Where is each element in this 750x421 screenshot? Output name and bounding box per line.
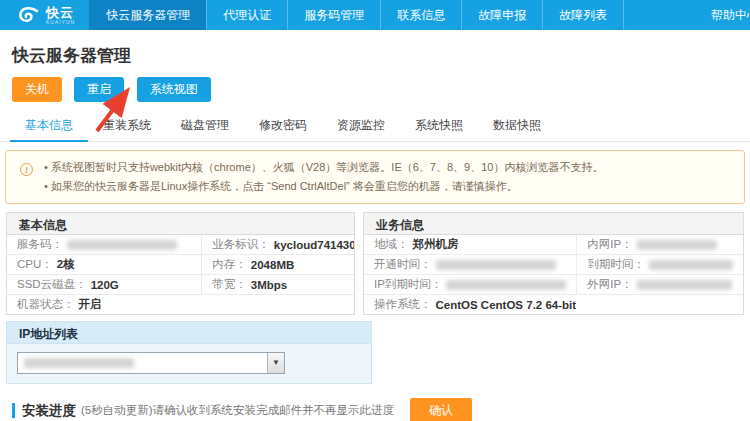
main-nav: 快云服务器管理 代理认证 服务码管理 联系信息 故障申报 故障列表 <box>89 0 624 30</box>
field-machine-status: 机器状态： 开启 <box>7 295 354 314</box>
tab-resource-monitor[interactable]: 资源监控 <box>322 112 400 142</box>
brand-subtitle: KUAIYUN <box>46 20 75 25</box>
top-navbar: 快云 KUAIYUN 快云服务器管理 代理认证 服务码管理 联系信息 故障申报 … <box>0 0 750 30</box>
title-row: 快云服务器管理 <box>0 30 750 67</box>
confirm-button[interactable]: 确认 <box>410 398 472 421</box>
notice-box: ! • 系统视图暂时只支持webkit内核（chrome）、火狐（V28）等浏览… <box>5 150 745 204</box>
nav-item-contact-info[interactable]: 联系信息 <box>380 0 461 30</box>
field-external-ip: 外网IP： <box>576 275 743 294</box>
brand-logo[interactable]: 快云 KUAIYUN <box>0 0 89 30</box>
shutdown-button[interactable]: 关机 <box>12 77 62 102</box>
table-row: 操作系统： CentOS CentOS 7.2 64-bit <box>364 295 743 314</box>
table-row: IP到期时间： 外网IP： <box>364 275 743 295</box>
field-ssd-disk: SSD云磁盘： 120G <box>7 275 201 294</box>
install-progress-title: 安装进度 <box>22 402 76 420</box>
ip-list-body: ▼ <box>7 344 371 383</box>
redacted-value <box>24 358 134 368</box>
info-panels: 基本信息 服务码： 业务标识： kycloud741430 CPU： 2核 内存… <box>6 212 744 315</box>
table-row: 服务码： 业务标识： kycloud741430 <box>7 235 354 255</box>
field-service-code: 服务码： <box>7 235 201 254</box>
brand-text: 快云 KUAIYUN <box>46 6 75 25</box>
nav-item-fault-list[interactable]: 故障列表 <box>542 0 624 30</box>
dropdown-arrow-icon[interactable]: ▼ <box>267 353 284 373</box>
notice-line-ctrlaltdel: • 如果您的快云服务器是Linux操作系统，点击 “Send CtrlAltDe… <box>44 177 732 196</box>
redacted-value <box>446 280 566 290</box>
ip-list-title: IP地址列表 <box>7 322 371 344</box>
ip-select[interactable]: ▼ <box>17 352 285 374</box>
accent-bar <box>12 403 15 418</box>
nav-help-center[interactable]: 帮助中心 <box>711 0 750 30</box>
field-os: 操作系统： CentOS CentOS 7.2 64-bit <box>364 295 743 314</box>
action-buttons: 关机 重启 系统视图 <box>0 67 750 102</box>
brand-name: 快云 <box>46 6 75 19</box>
basic-info-title: 基本信息 <box>7 213 354 235</box>
warning-icon: ! <box>20 163 33 176</box>
basic-info-panel: 基本信息 服务码： 业务标识： kycloud741430 CPU： 2核 内存… <box>6 212 355 315</box>
table-row: 地域： 郑州机房 内网IP： <box>364 235 743 255</box>
nav-item-service-code[interactable]: 服务码管理 <box>287 0 380 30</box>
field-bandwidth: 带宽： 3Mbps <box>201 275 354 294</box>
business-info-panel: 业务信息 地域： 郑州机房 内网IP： 开通时间： 到期时间： IP到期时 <box>363 212 744 315</box>
tab-reinstall-system[interactable]: 重装系统 <box>88 112 166 142</box>
tab-bar: 基本信息 重装系统 磁盘管理 修改密码 资源监控 系统快照 数据快照 <box>0 112 750 142</box>
reboot-button[interactable]: 重启 <box>74 77 124 102</box>
redacted-value <box>67 240 177 250</box>
table-row: 机器状态： 开启 <box>7 295 354 314</box>
redacted-value <box>436 260 556 270</box>
table-row: SSD云磁盘： 120G 带宽： 3Mbps <box>7 275 354 295</box>
nav-item-agent-auth[interactable]: 代理认证 <box>206 0 287 30</box>
install-progress-hint: (5秒自动更新)请确认收到系统安装完成邮件并不再显示此进度 <box>81 403 394 418</box>
redacted-value <box>649 260 733 270</box>
tab-disk-management[interactable]: 磁盘管理 <box>166 112 244 142</box>
nav-item-server-management[interactable]: 快云服务器管理 <box>89 0 206 30</box>
field-ip-expire-time: IP到期时间： <box>364 275 576 294</box>
install-progress-row: 安装进度 (5秒自动更新)请确认收到系统安装完成邮件并不再显示此进度 确认 <box>12 398 750 421</box>
page-title: 快云服务器管理 <box>12 44 738 67</box>
field-business-id: 业务标识： kycloud741430 <box>201 235 354 254</box>
field-cpu: CPU： 2核 <box>7 255 201 274</box>
ip-list-panel: IP地址列表 ▼ <box>6 321 372 384</box>
field-region: 地域： 郑州机房 <box>364 235 576 254</box>
field-memory: 内存： 2048MB <box>201 255 354 274</box>
system-view-button[interactable]: 系统视图 <box>137 77 211 102</box>
field-internal-ip: 内网IP： <box>576 235 743 254</box>
field-open-time: 开通时间： <box>364 255 576 274</box>
cloud-swirl-icon <box>16 6 40 25</box>
business-info-title: 业务信息 <box>364 213 743 235</box>
table-row: 开通时间： 到期时间： <box>364 255 743 275</box>
redacted-value <box>637 280 732 290</box>
notice-line-browsers: • 系统视图暂时只支持webkit内核（chrome）、火狐（V28）等浏览器。… <box>44 158 732 177</box>
table-row: CPU： 2核 内存： 2048MB <box>7 255 354 275</box>
nav-item-fault-report[interactable]: 故障申报 <box>461 0 542 30</box>
tab-system-snapshot[interactable]: 系统快照 <box>400 112 478 142</box>
tab-change-password[interactable]: 修改密码 <box>244 112 322 142</box>
redacted-value <box>637 240 717 250</box>
tab-basic-info[interactable]: 基本信息 <box>10 112 88 142</box>
field-expire-time: 到期时间： <box>576 255 743 274</box>
tab-data-snapshot[interactable]: 数据快照 <box>478 112 556 142</box>
